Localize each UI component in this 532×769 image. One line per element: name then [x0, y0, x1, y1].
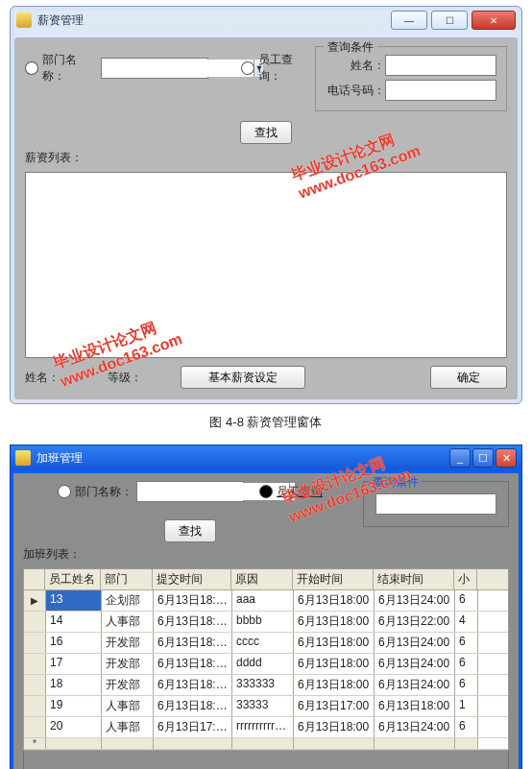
- maximize-button[interactable]: ☐: [431, 11, 468, 30]
- cell-name[interactable]: 20: [46, 717, 102, 737]
- cell-reason[interactable]: 333333: [232, 675, 294, 695]
- cell-name[interactable]: 16: [46, 633, 102, 653]
- row-selector[interactable]: [24, 696, 46, 716]
- dept-combo-input[interactable]: [102, 60, 254, 77]
- cell-submit[interactable]: 6月13日18:00: [154, 675, 232, 695]
- cell-end[interactable]: 6月13日22:00: [375, 612, 455, 632]
- cell-last[interactable]: 6: [455, 675, 478, 695]
- cell-end[interactable]: 6月13日18:00: [375, 696, 455, 716]
- cell-submit[interactable]: [154, 738, 232, 749]
- cell-dept[interactable]: 开发部: [102, 633, 154, 653]
- col-reason[interactable]: 原因: [231, 569, 293, 589]
- col-last[interactable]: 小: [454, 569, 477, 589]
- cell-dept[interactable]: 人事部: [102, 717, 154, 737]
- cell-start[interactable]: 6月13日18:00: [294, 675, 375, 695]
- row-selector[interactable]: [24, 675, 46, 695]
- cell-start[interactable]: 6月13日18:00: [294, 717, 375, 737]
- overtime-grid[interactable]: 员工姓名 部门 提交时间 原因 开始时间 结束时间 小 ▶13企划部6月13日1…: [23, 568, 509, 751]
- row-selector[interactable]: [24, 654, 46, 674]
- row-selector[interactable]: [24, 633, 46, 653]
- cell-reason[interactable]: dddd: [232, 654, 294, 674]
- cell-last[interactable]: 6: [455, 633, 478, 653]
- name-input[interactable]: [385, 55, 496, 76]
- cell-name[interactable]: [46, 738, 102, 749]
- col-name[interactable]: 员工姓名: [45, 569, 101, 589]
- cell-last[interactable]: [455, 738, 478, 749]
- cell-reason[interactable]: rrrrrrrrrrrrrr: [232, 717, 294, 737]
- cell-dept[interactable]: [102, 738, 154, 749]
- cell-end[interactable]: 6月13日24:00: [375, 590, 455, 611]
- cell-reason[interactable]: aaa: [232, 590, 294, 611]
- base-salary-button[interactable]: 基本薪资设定: [181, 366, 305, 389]
- row-selector[interactable]: *: [24, 738, 46, 749]
- titlebar[interactable]: 加班管理 _ ☐ ✕: [11, 445, 521, 470]
- table-row[interactable]: ▶13企划部6月13日18:00aaa6月13日18:006月13日24:006: [24, 590, 508, 612]
- cell-last[interactable]: 6: [455, 717, 478, 737]
- cell-end[interactable]: 6月13日24:00: [375, 717, 455, 737]
- close-button[interactable]: ✕: [472, 11, 516, 30]
- cell-name[interactable]: 17: [46, 654, 102, 674]
- dept-combo[interactable]: ▾: [136, 481, 244, 502]
- cell-submit[interactable]: 6月13日18:00: [154, 633, 232, 653]
- cell-end[interactable]: [375, 738, 455, 749]
- cell-dept[interactable]: 企划部: [102, 590, 154, 611]
- cell-reason[interactable]: cccc: [232, 633, 294, 653]
- cell-start[interactable]: [294, 738, 375, 749]
- cell-dept[interactable]: 开发部: [102, 675, 154, 695]
- minimize-button[interactable]: _: [449, 448, 471, 468]
- cell-end[interactable]: 6月13日24:00: [375, 675, 455, 695]
- cell-start[interactable]: 6月13日18:00: [294, 654, 375, 674]
- col-dept[interactable]: 部门: [101, 569, 153, 589]
- cell-reason[interactable]: 33333: [232, 696, 294, 716]
- close-button[interactable]: ✕: [496, 448, 517, 468]
- cell-name[interactable]: 13: [46, 590, 102, 611]
- cell-name[interactable]: 18: [46, 675, 102, 695]
- row-selector[interactable]: ▶: [24, 590, 46, 611]
- cell-last[interactable]: 6: [455, 590, 478, 611]
- cell-last[interactable]: 4: [455, 612, 478, 632]
- salary-listbox[interactable]: [25, 172, 507, 358]
- row-selector[interactable]: [24, 717, 46, 737]
- cell-name[interactable]: 19: [46, 696, 102, 716]
- table-row[interactable]: 16开发部6月13日18:00cccc6月13日18:006月13日24:006: [24, 633, 508, 654]
- cell-start[interactable]: 6月13日18:00: [294, 612, 375, 632]
- maximize-button[interactable]: ☐: [472, 448, 494, 468]
- emp-radio[interactable]: [241, 61, 254, 75]
- cell-reason[interactable]: bbbb: [232, 612, 294, 632]
- ok-button[interactable]: 确定: [430, 366, 507, 389]
- dept-combo[interactable]: ▼: [101, 58, 208, 79]
- table-row[interactable]: *: [24, 738, 508, 750]
- col-start[interactable]: 开始时间: [293, 569, 374, 589]
- cell-submit[interactable]: 6月13日17:00: [154, 717, 232, 737]
- cell-submit[interactable]: 6月13日18:00: [154, 654, 232, 674]
- cell-end[interactable]: 6月13日24:00: [375, 633, 455, 653]
- phone-input[interactable]: [385, 80, 496, 101]
- cell-dept[interactable]: 开发部: [102, 654, 154, 674]
- table-row[interactable]: 18开发部6月13日18:003333336月13日18:006月13日24:0…: [24, 675, 508, 696]
- col-submit[interactable]: 提交时间: [153, 569, 231, 589]
- cell-submit[interactable]: 6月13日18:00: [154, 612, 232, 632]
- table-row[interactable]: 19人事部6月13日18:00333336月13日17:006月13日18:00…: [24, 696, 508, 717]
- table-row[interactable]: 20人事部6月13日17:00rrrrrrrrrrrrrr6月13日18:006…: [24, 717, 508, 738]
- table-row[interactable]: 17开发部6月13日18:00dddd6月13日18:006月13日24:006: [24, 654, 508, 675]
- query-input[interactable]: [375, 493, 496, 515]
- dept-radio[interactable]: [25, 61, 38, 75]
- cell-reason[interactable]: [232, 738, 294, 749]
- search-button[interactable]: 查找: [240, 121, 292, 144]
- col-end[interactable]: 结束时间: [374, 569, 454, 589]
- dept-radio[interactable]: [58, 485, 71, 498]
- table-row[interactable]: 14人事部6月13日18:00bbbb6月13日18:006月13日22:004: [24, 612, 508, 633]
- cell-last[interactable]: 1: [455, 696, 478, 716]
- cell-submit[interactable]: 6月13日18:00: [154, 590, 232, 611]
- cell-start[interactable]: 6月13日18:00: [294, 590, 375, 611]
- cell-name[interactable]: 14: [46, 612, 102, 632]
- minimize-button[interactable]: —: [391, 11, 427, 30]
- row-selector[interactable]: [24, 612, 46, 632]
- cell-submit[interactable]: 6月13日18:00: [154, 696, 232, 716]
- cell-dept[interactable]: 人事部: [102, 612, 154, 632]
- cell-start[interactable]: 6月13日18:00: [294, 633, 375, 653]
- cell-dept[interactable]: 人事部: [102, 696, 154, 716]
- cell-start[interactable]: 6月13日17:00: [294, 696, 375, 716]
- cell-last[interactable]: 6: [455, 654, 478, 674]
- search-button[interactable]: 查找: [164, 519, 216, 542]
